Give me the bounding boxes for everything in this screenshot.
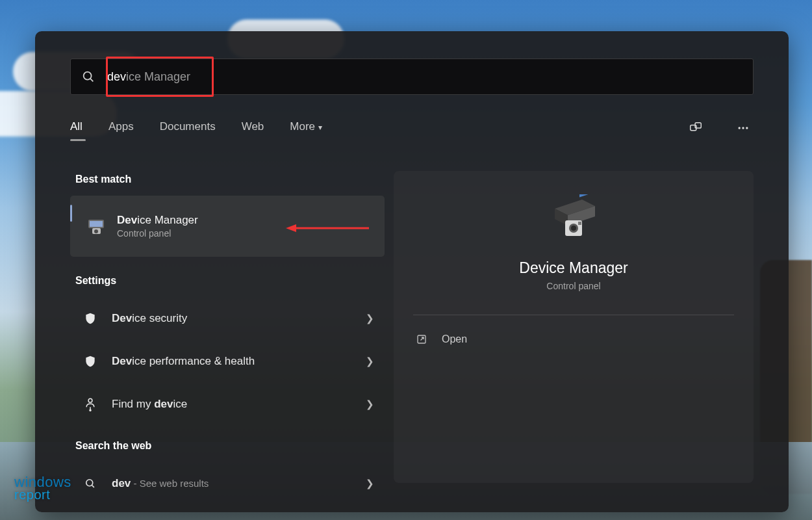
device-manager-icon [86, 216, 107, 237]
tab-all[interactable]: All [70, 120, 82, 140]
chevron-right-icon: ❯ [366, 398, 374, 410]
results-column: Best match Device Manager Control panel … [70, 171, 385, 505]
tab-more[interactable]: More ▾ [290, 120, 322, 140]
open-label: Open [442, 333, 467, 345]
search-icon [81, 70, 95, 84]
preview-pane: Device Manager Control panel Open [394, 171, 754, 483]
settings-item-device-security[interactable]: Device security ❯ [70, 297, 385, 340]
settings-item-label: Find my device [112, 398, 366, 411]
web-search-label: dev - See web results [112, 477, 366, 490]
svg-point-15 [86, 480, 93, 486]
svg-rect-24 [578, 222, 581, 225]
divider [413, 315, 734, 315]
svg-marker-12 [286, 224, 296, 232]
search-query-text: device Manager [107, 70, 190, 84]
search-panel: device Manager All Apps Documents Web Mo… [35, 31, 789, 512]
svg-point-23 [571, 226, 576, 231]
more-options-icon[interactable] [733, 118, 754, 142]
svg-line-1 [90, 79, 93, 81]
chevron-right-icon: ❯ [366, 478, 374, 489]
best-match-title: Device Manager [117, 214, 198, 227]
open-action[interactable]: Open [413, 330, 734, 349]
settings-item-find-my-device[interactable]: Find my device ❯ [70, 383, 385, 426]
search-icon [82, 477, 99, 490]
svg-point-0 [84, 72, 92, 80]
feedback-icon[interactable] [685, 117, 707, 142]
settings-item-device-performance[interactable]: Device performance & health ❯ [70, 340, 385, 383]
svg-line-16 [92, 486, 94, 488]
preview-title: Device Manager [413, 259, 734, 277]
settings-item-label: Device security [112, 312, 366, 325]
tab-documents[interactable]: Documents [160, 120, 216, 140]
web-search-result[interactable]: dev - See web results ❯ [70, 462, 385, 505]
svg-point-6 [746, 127, 748, 129]
tab-web[interactable]: Web [242, 120, 264, 140]
person-pin-icon [82, 397, 99, 411]
open-icon [416, 333, 427, 345]
search-input-container[interactable]: device Manager [70, 58, 754, 95]
section-settings: Settings [75, 275, 385, 287]
svg-point-10 [94, 229, 98, 233]
tab-apps[interactable]: Apps [108, 120, 134, 140]
chevron-down-icon: ▾ [316, 123, 322, 132]
section-best-match: Best match [75, 174, 385, 185]
svg-rect-20 [579, 194, 591, 197]
settings-item-label: Device performance & health [112, 355, 366, 368]
best-match-result[interactable]: Device Manager Control panel [70, 196, 385, 257]
shield-icon [82, 355, 99, 368]
shield-icon [82, 312, 99, 325]
svg-point-4 [739, 127, 741, 129]
watermark: windows report [14, 476, 71, 500]
svg-rect-8 [90, 221, 103, 227]
annotation-arrow [286, 222, 370, 235]
svg-point-5 [742, 127, 744, 129]
best-match-subtitle: Control panel [117, 228, 198, 239]
filter-tabs: All Apps Documents Web More ▾ [70, 117, 754, 142]
svg-point-14 [90, 410, 91, 411]
svg-point-13 [88, 398, 92, 402]
preview-app-icon [413, 194, 734, 241]
chevron-right-icon: ❯ [366, 356, 374, 367]
section-search-web: Search the web [75, 440, 385, 452]
preview-subtitle: Control panel [413, 281, 734, 291]
chevron-right-icon: ❯ [366, 313, 374, 324]
